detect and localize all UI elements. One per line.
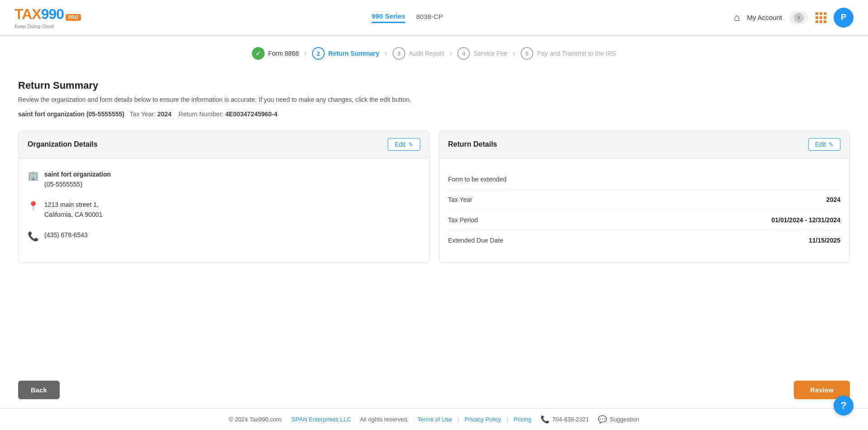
org-details-card: Organization Details Edit ✎ 🏢 saint fort… (18, 130, 430, 263)
step-2-circle: 2 (312, 47, 325, 60)
footer-phone-number: 704-839-2321 (552, 416, 589, 423)
step-3-circle: 3 (393, 47, 405, 60)
step-2: 2 Return Summary (312, 47, 379, 60)
org-name-row: 🏢 saint fort organization (05-5555555) (28, 169, 420, 190)
step-5: 5 Pay and Transmit to the IRS (521, 47, 616, 60)
return-row-2-label: Tax Period (448, 216, 478, 224)
org-edit-button[interactable]: Edit ✎ (388, 138, 420, 151)
return-card-body: Form to be extended Tax Year 2024 Tax Pe… (439, 158, 850, 261)
avatar[interactable]: P (834, 8, 854, 28)
step-1-label: Form 8868 (268, 50, 299, 57)
return-row-1-value: 2024 (826, 196, 840, 203)
step-1-circle: ✓ (252, 47, 265, 60)
phone-icon: 📞 (28, 231, 39, 242)
step-5-circle: 5 (521, 47, 533, 60)
step-1: ✓ Form 8868 (252, 47, 299, 60)
meta-tax-year-label: Tax Year: (129, 110, 156, 118)
step-4-circle: 4 (457, 47, 470, 60)
org-address-text: 1213 main street 1, California, CA 90001 (44, 200, 102, 220)
return-row-3: Extended Due Date 11/15/2025 (448, 230, 841, 250)
return-details-card: Return Details Edit ✎ Form to be extende… (439, 130, 850, 263)
arrow-4: › (513, 49, 515, 57)
toggle-x-icon: X (794, 13, 804, 23)
footer-terms-link[interactable]: Terms of Use (417, 416, 452, 423)
footer-suggestion-area[interactable]: 💬 Suggestion (598, 415, 639, 424)
org-address-row: 📍 1213 main street 1, California, CA 900… (28, 200, 420, 220)
step-4: 4 Service Fee (457, 47, 508, 60)
logo-990: 990 (41, 6, 64, 23)
header: TAX990PRO Keep Doing Good 990 Series 803… (0, 0, 868, 36)
step-2-label: Return Summary (328, 50, 379, 57)
meta-tax-year-value: 2024 (157, 110, 171, 118)
back-button[interactable]: Back (18, 381, 60, 399)
footer-privacy-link[interactable]: Privacy Policy (465, 416, 501, 423)
return-meta: saint fort organization (05-5555555) Tax… (18, 110, 850, 118)
step-3-label: Audit Report (409, 50, 444, 57)
footer-span-link[interactable]: SPAN Enterprises LLC (292, 416, 351, 423)
logo-tagline: Keep Doing Good (14, 24, 81, 29)
meta-org-name: saint fort organization (05-5555555) (18, 110, 124, 118)
org-ein: (05-5555555) (44, 179, 111, 189)
return-row-0-label: Form to be extended (448, 176, 507, 183)
org-address-line1: 1213 main street 1, (44, 200, 102, 210)
org-phone-text: (435) 678-6543 (44, 230, 88, 240)
suggestion-icon: 💬 (598, 415, 607, 424)
meta-return-number-label: Return Number: (179, 110, 224, 118)
arrow-2: › (385, 49, 387, 57)
footer-divider-1: | (458, 416, 459, 423)
footer-rights: All rights reserved. (360, 416, 409, 423)
return-card-title: Return Details (448, 140, 497, 148)
step-3: 3 Audit Report (393, 47, 444, 60)
location-icon: 📍 (28, 201, 39, 211)
return-row-3-value: 11/15/2025 (809, 237, 840, 244)
footer-pricing-link[interactable]: Pricing (513, 416, 531, 423)
org-card-body: 🏢 saint fort organization (05-5555555) 📍… (19, 158, 429, 263)
footer-buttons: Back Review (0, 372, 868, 408)
my-account-link[interactable]: My Account (747, 14, 782, 21)
home-icon[interactable]: ⌂ (734, 12, 740, 24)
toggle-switch[interactable]: X (789, 11, 808, 24)
return-edit-label: Edit (815, 141, 826, 148)
grid-icon[interactable] (816, 12, 826, 23)
nav-item-8038-cp[interactable]: 8038-CP (416, 13, 443, 22)
building-icon: 🏢 (28, 170, 39, 181)
header-right: ⌂ My Account X P (734, 8, 854, 28)
logo-tax: TAX (14, 6, 41, 23)
org-edit-icon: ✎ (408, 141, 413, 148)
footer-suggestion-label: Suggestion (610, 416, 639, 423)
return-row-3-label: Extended Due Date (448, 237, 503, 244)
org-phone-row: 📞 (435) 678-6543 (28, 230, 420, 242)
step-4-label: Service Fee (474, 50, 508, 57)
org-name-text: saint fort organization (05-5555555) (44, 169, 111, 190)
org-card-header: Organization Details Edit ✎ (19, 131, 429, 158)
return-edit-button[interactable]: Edit ✎ (808, 138, 840, 151)
arrow-3: › (450, 49, 452, 57)
return-row-1-label: Tax Year (448, 196, 473, 203)
page-title: Return Summary (18, 80, 850, 91)
org-card-title: Organization Details (28, 140, 98, 148)
footer-phone-area: 📞 704-839-2321 (541, 415, 589, 424)
help-button[interactable]: ? (834, 396, 854, 416)
logo: TAX990PRO Keep Doing Good (14, 6, 81, 29)
org-name: saint fort organization (44, 169, 111, 179)
org-address-line2: California, CA 90001 (44, 210, 102, 220)
page-description: Review the organization and form details… (18, 96, 850, 103)
logo-pro-badge: PRO (66, 14, 81, 21)
footer-copyright: © 2024 Tax990.com, (229, 416, 283, 423)
return-edit-icon: ✎ (829, 141, 834, 148)
phone-icon: 📞 (541, 415, 550, 424)
step-5-label: Pay and Transmit to the IRS (537, 50, 616, 57)
return-row-2: Tax Period 01/01/2024 - 12/31/2024 (448, 210, 841, 230)
return-row-2-value: 01/01/2024 - 12/31/2024 (771, 216, 840, 224)
stepper: ✓ Form 8868 › 2 Return Summary › 3 Audit… (0, 36, 868, 69)
arrow-1: › (304, 49, 306, 57)
return-row-0: Form to be extended (448, 169, 841, 190)
return-row-1: Tax Year 2024 (448, 190, 841, 210)
main-content: Return Summary Review the organization a… (0, 69, 868, 372)
nav-item-990-series[interactable]: 990 Series (372, 12, 405, 23)
page-footer: © 2024 Tax990.com, SPAN Enterprises LLC … (0, 408, 868, 430)
header-nav: 990 Series 8038-CP (372, 12, 443, 23)
org-edit-label: Edit (394, 141, 405, 148)
return-card-header: Return Details Edit ✎ (439, 131, 850, 158)
cards-row: Organization Details Edit ✎ 🏢 saint fort… (18, 130, 850, 263)
